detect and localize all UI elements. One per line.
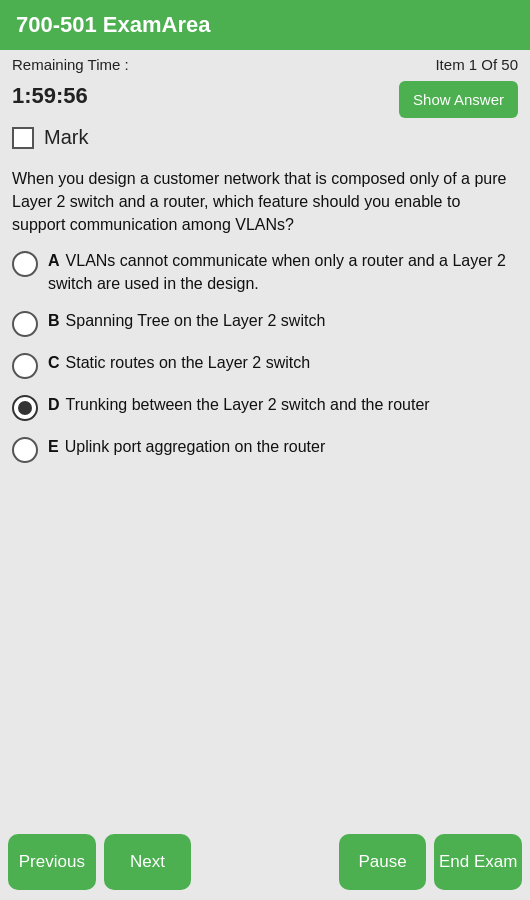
option-row-a[interactable]: AVLANs cannot communicate when only a ro… xyxy=(12,249,518,295)
radio-b[interactable] xyxy=(12,311,38,337)
option-text-c: CStatic routes on the Layer 2 switch xyxy=(48,351,518,374)
end-exam-button[interactable]: End Exam xyxy=(434,834,522,890)
radio-c[interactable] xyxy=(12,353,38,379)
option-row-b[interactable]: BSpanning Tree on the Layer 2 switch xyxy=(12,309,518,337)
option-row-c[interactable]: CStatic routes on the Layer 2 switch xyxy=(12,351,518,379)
option-row-e[interactable]: EUplink port aggregation on the router xyxy=(12,435,518,463)
mark-label: Mark xyxy=(44,126,88,149)
item-counter: Item 1 Of 50 xyxy=(435,56,518,73)
question-text: When you design a customer network that … xyxy=(0,157,530,245)
mark-checkbox[interactable] xyxy=(12,127,34,149)
option-text-e: EUplink port aggregation on the router xyxy=(48,435,518,458)
radio-a[interactable] xyxy=(12,251,38,277)
radio-d[interactable] xyxy=(12,395,38,421)
timer-display: 1:59:56 xyxy=(12,83,88,109)
footer: Previous Next Pause End Exam xyxy=(0,824,530,900)
remaining-time-label: Remaining Time : xyxy=(12,56,129,73)
status-bar: Remaining Time : Item 1 Of 50 xyxy=(0,50,530,77)
next-button[interactable]: Next xyxy=(104,834,192,890)
option-text-a: AVLANs cannot communicate when only a ro… xyxy=(48,249,518,295)
app-title: 700-501 ExamArea xyxy=(16,12,210,37)
app-header: 700-501 ExamArea xyxy=(0,0,530,50)
option-text-b: BSpanning Tree on the Layer 2 switch xyxy=(48,309,518,332)
timer-row: 1:59:56 Show Answer xyxy=(0,77,530,122)
previous-button[interactable]: Previous xyxy=(8,834,96,890)
pause-button[interactable]: Pause xyxy=(339,834,427,890)
option-row-d[interactable]: DTrunking between the Layer 2 switch and… xyxy=(12,393,518,421)
mark-row: Mark xyxy=(0,122,530,157)
option-text-d: DTrunking between the Layer 2 switch and… xyxy=(48,393,518,416)
options-area: AVLANs cannot communicate when only a ro… xyxy=(0,245,530,824)
show-answer-button[interactable]: Show Answer xyxy=(399,81,518,118)
radio-e[interactable] xyxy=(12,437,38,463)
